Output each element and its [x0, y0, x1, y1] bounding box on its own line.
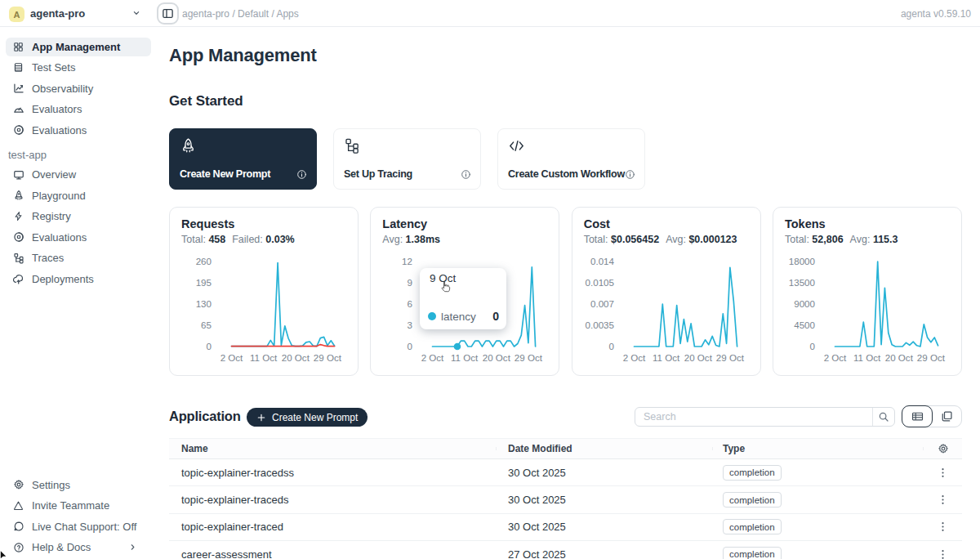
sidebar-item-help-docs[interactable]: Help & Docs: [6, 539, 151, 557]
mouse-cursor-artifact: [0, 548, 11, 559]
app-name[interactable]: topic-explainer-traced: [169, 521, 497, 533]
create-new-prompt-button[interactable]: Create New Prompt: [247, 408, 368, 427]
hand-cursor: [439, 280, 452, 294]
svg-text:0.0035: 0.0035: [585, 320, 613, 330]
sidebar-item-label: Help & Docs: [32, 541, 91, 553]
sidebar-item-evaluations[interactable]: Evaluations: [6, 121, 151, 140]
svg-text:0: 0: [408, 341, 412, 351]
tooltip-series-name: latency: [441, 311, 476, 323]
card-footer: Create New Prompt: [180, 168, 307, 180]
sidebar-item-label: Observability: [32, 83, 93, 95]
svg-text:11 Oct: 11 Oct: [853, 352, 881, 363]
app-date: 27 Oct 2025: [497, 548, 713, 559]
tree-icon: [12, 253, 24, 264]
card-footer: Set Up Tracing: [344, 168, 471, 180]
app-name[interactable]: topic-explainer-tracedss: [169, 467, 497, 479]
svg-text:29 Oct: 29 Oct: [314, 352, 342, 363]
table-row[interactable]: topic-explainer-traceds 30 Oct 2025 comp…: [169, 486, 962, 513]
search-input[interactable]: [635, 408, 872, 426]
table-row[interactable]: topic-explainer-traced 30 Oct 2025 compl…: [169, 514, 962, 541]
actions-column: [924, 440, 962, 458]
sidebar-item-live-chat[interactable]: Live Chat Support: Off: [6, 517, 151, 536]
table-row[interactable]: career-assessment 27 Oct 2025 completion: [169, 541, 962, 559]
sidebar-item-label: Settings: [32, 479, 70, 491]
button-label: Create New Prompt: [272, 412, 358, 423]
column-header-date[interactable]: Date Modified: [497, 443, 713, 454]
chevron-right-icon: [127, 543, 139, 552]
get-started-cards: Create New Prompt Set Up Tracing Create …: [169, 128, 645, 190]
sidebar-item-app-evaluations[interactable]: Evaluations: [6, 228, 151, 247]
svg-text:130: 130: [196, 298, 212, 309]
sidebar-item-label: Traces: [32, 252, 64, 264]
svg-text:29 Oct: 29 Oct: [917, 352, 946, 363]
lightning-icon: [12, 211, 24, 221]
create-new-prompt-card[interactable]: Create New Prompt: [169, 128, 317, 190]
svg-text:0.0105: 0.0105: [585, 277, 613, 288]
app-name[interactable]: career-assessment: [169, 548, 497, 559]
requests-chart: 0651301952602 Oct11 Oct20 Oct29 Oct: [170, 253, 359, 377]
tooltip-value: 0: [492, 310, 499, 323]
set-up-tracing-card[interactable]: Set Up Tracing: [333, 128, 481, 190]
column-header-type[interactable]: Type: [713, 443, 924, 454]
sidebar-item-playground[interactable]: Playground: [6, 186, 151, 205]
rocket-icon: [180, 137, 197, 154]
sidebar-item-label: Evaluations: [32, 124, 87, 136]
workspace-name[interactable]: agenta-pro: [30, 7, 85, 20]
svg-text:0: 0: [207, 341, 212, 351]
requests-card: Requests Total: 458Failed: 0.03% 0651301…: [169, 207, 359, 376]
workspace-avatar[interactable]: A: [9, 7, 24, 22]
sidebar-item-traces[interactable]: Traces: [6, 249, 151, 268]
chevron-down-icon[interactable]: [131, 8, 141, 18]
app-type: completion: [713, 492, 924, 508]
sidebar-item-test-sets[interactable]: Test Sets: [6, 59, 151, 78]
card-view-icon: [941, 410, 953, 423]
page-title: App Management: [169, 45, 317, 66]
triangle-icon: [12, 500, 24, 511]
chat-icon: [12, 521, 24, 532]
svg-text:0.014: 0.014: [590, 256, 615, 266]
actions-cell: [924, 545, 962, 559]
row-menu-icon[interactable]: [934, 518, 952, 536]
svg-text:29 Oct: 29 Oct: [514, 352, 543, 363]
sidebar-item-deployments[interactable]: Deployments: [6, 270, 151, 288]
tokens-card: Tokens Total: 52,806Avg: 115.3 045009000…: [773, 207, 962, 376]
sidebar-item-app-management[interactable]: App Management: [6, 38, 151, 56]
cost-chart: 00.00350.0070.01050.0142 Oct11 Oct20 Oct…: [572, 253, 762, 377]
sidebar-item-label: Deployments: [32, 273, 94, 285]
sidebar-toggle-button[interactable]: [157, 2, 179, 25]
sidebar-item-invite-teammate[interactable]: Invite Teammate: [6, 497, 151, 516]
svg-text:0: 0: [608, 341, 613, 351]
app-version: agenta v0.59.10: [901, 8, 971, 20]
stat-subtitle: Avg: 1.38ms: [382, 234, 440, 245]
sidebar-item-label: Test Sets: [32, 61, 75, 74]
card-view-button[interactable]: [932, 406, 961, 427]
stat-subtitle: Total: $0.056452Avg: $0.000123: [584, 234, 737, 245]
stat-title: Latency: [382, 217, 427, 230]
table-row[interactable]: topic-explainer-tracedss 30 Oct 2025 com…: [169, 459, 962, 486]
row-menu-icon[interactable]: [934, 491, 952, 509]
sidebar-item-observability[interactable]: Observability: [6, 79, 151, 98]
svg-text:2 Oct: 2 Oct: [824, 352, 847, 363]
sidebar-item-registry[interactable]: Registry: [6, 208, 151, 226]
search-button[interactable]: [872, 408, 894, 426]
table-view-button[interactable]: [902, 405, 933, 427]
info-icon[interactable]: [461, 169, 471, 180]
sidebar-item-overview[interactable]: Overview: [6, 166, 151, 185]
svg-text:4500: 4500: [794, 320, 815, 330]
stat-subtitle: Total: 458Failed: 0.03%: [181, 234, 295, 245]
sidebar-item-evaluators[interactable]: Evaluators: [6, 101, 151, 119]
sidebar-section-test-app: test-app: [8, 149, 151, 161]
app-name[interactable]: topic-explainer-traceds: [169, 494, 497, 506]
info-icon[interactable]: [296, 169, 307, 180]
row-menu-icon[interactable]: [934, 463, 952, 481]
row-menu-icon[interactable]: [934, 545, 952, 559]
create-custom-workflow-card[interactable]: Create Custom Workflow: [497, 128, 645, 190]
svg-text:11 Oct: 11 Oct: [451, 352, 479, 363]
sidebar-item-settings[interactable]: Settings: [6, 476, 151, 494]
table-settings-gear-icon[interactable]: [934, 440, 952, 458]
column-header-name[interactable]: Name: [169, 443, 497, 454]
breadcrumb[interactable]: agenta-pro / Default / Apps: [182, 8, 299, 20]
svg-text:12: 12: [402, 256, 412, 266]
type-badge: completion: [723, 547, 782, 559]
info-icon[interactable]: [625, 169, 635, 180]
